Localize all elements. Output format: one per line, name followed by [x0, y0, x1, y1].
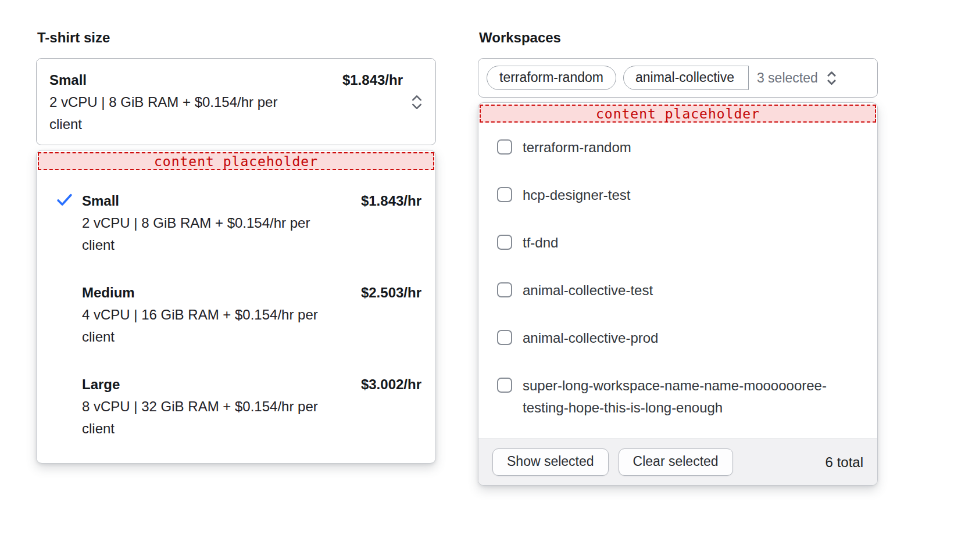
page: T-shirt size Small $1.843/hr 2 vCPU | 8 … [0, 0, 972, 486]
workspaces-dropdown: content placeholder terraform-random hcp… [478, 102, 878, 486]
show-selected-button[interactable]: Show selected [492, 448, 609, 476]
workspaces-section: Workspaces terraform-random animal-colle… [478, 27, 878, 486]
workspace-checkbox[interactable] [497, 282, 512, 297]
tshirt-option-large[interactable]: Large $3.002/hr 8 vCPU | 32 GiB RAM + $0… [56, 374, 421, 440]
workspace-option-tf-dnd[interactable]: tf-dnd [497, 232, 868, 254]
option-check-gutter [56, 374, 82, 440]
option-price: $1.843/hr [361, 190, 421, 212]
workspace-option-label: super-long-workspace-name-name-moooooore… [523, 375, 866, 419]
tag-animal-collective: animal-collective [623, 66, 749, 90]
chevron-up-down-icon [410, 94, 424, 110]
option-title: Large [82, 374, 120, 396]
option-check-gutter [56, 190, 82, 256]
workspace-option-label: animal-collective-prod [523, 327, 658, 349]
tshirt-trigger-description: 2 vCPU | 8 GiB RAM + $0.154/hr per clien… [49, 91, 311, 135]
content-placeholder-banner: content placeholder [480, 105, 876, 123]
option-price: $2.503/hr [361, 282, 421, 304]
option-check-gutter [56, 282, 82, 348]
option-description: 2 vCPU | 8 GiB RAM + $0.154/hr per clien… [82, 212, 323, 256]
tshirt-size-section: T-shirt size Small $1.843/hr 2 vCPU | 8 … [36, 27, 436, 486]
workspace-checkbox[interactable] [497, 187, 512, 202]
tshirt-size-select-trigger[interactable]: Small $1.843/hr 2 vCPU | 8 GiB RAM + $0.… [36, 58, 436, 145]
tshirt-size-label: T-shirt size [37, 29, 436, 46]
workspaces-multiselect-trigger[interactable]: terraform-random animal-collective 3 sel… [478, 58, 878, 98]
workspace-checkbox[interactable] [497, 235, 512, 250]
selected-count-label: 3 selected [757, 70, 818, 86]
tag-terraform-random: terraform-random [487, 66, 616, 90]
workspaces-option-list: terraform-random hcp-designer-test tf-dn… [478, 123, 877, 439]
tshirt-trigger-price: $1.843/hr [342, 69, 403, 91]
option-description: 4 vCPU | 16 GiB RAM + $0.154/hr per clie… [82, 304, 323, 348]
workspace-checkbox[interactable] [497, 139, 512, 155]
tshirt-size-dropdown: content placeholder Small $1.843/hr 2 vC… [36, 150, 436, 464]
option-description: 8 vCPU | 32 GiB RAM + $0.154/hr per clie… [82, 396, 323, 440]
option-title: Small [82, 190, 119, 212]
option-title: Medium [82, 282, 135, 304]
tshirt-trigger-content: Small $1.843/hr 2 vCPU | 8 GiB RAM + $0.… [49, 69, 403, 135]
option-price: $3.002/hr [361, 374, 421, 396]
workspace-option-label: hcp-designer-test [523, 184, 630, 206]
total-count-label: 6 total [826, 454, 863, 471]
check-icon [56, 193, 73, 207]
workspace-option-label: animal-collective-test [523, 279, 653, 301]
workspace-option-label: terraform-random [523, 137, 631, 159]
tshirt-option-list: Small $1.843/hr 2 vCPU | 8 GiB RAM + $0.… [37, 170, 435, 463]
chevron-up-down-icon [825, 70, 838, 86]
workspace-option-hcp-designer-test[interactable]: hcp-designer-test [497, 184, 868, 206]
tshirt-option-small[interactable]: Small $1.843/hr 2 vCPU | 8 GiB RAM + $0.… [56, 190, 421, 256]
workspace-option-super-long-workspace[interactable]: super-long-workspace-name-name-moooooore… [497, 375, 868, 419]
workspace-option-label: tf-dnd [523, 232, 558, 254]
workspace-option-animal-collective-test[interactable]: animal-collective-test [497, 279, 868, 301]
tshirt-option-medium[interactable]: Medium $2.503/hr 4 vCPU | 16 GiB RAM + $… [56, 282, 421, 348]
clear-selected-button[interactable]: Clear selected [619, 448, 733, 476]
workspace-option-animal-collective-prod[interactable]: animal-collective-prod [497, 327, 868, 349]
workspaces-label: Workspaces [479, 29, 878, 46]
tshirt-trigger-title: Small [49, 69, 87, 91]
content-placeholder-banner: content placeholder [38, 152, 434, 170]
workspace-checkbox[interactable] [497, 378, 512, 393]
workspace-option-terraform-random[interactable]: terraform-random [497, 137, 868, 159]
workspaces-dropdown-footer: Show selected Clear selected 6 total [478, 439, 877, 485]
workspace-checkbox[interactable] [497, 330, 512, 345]
